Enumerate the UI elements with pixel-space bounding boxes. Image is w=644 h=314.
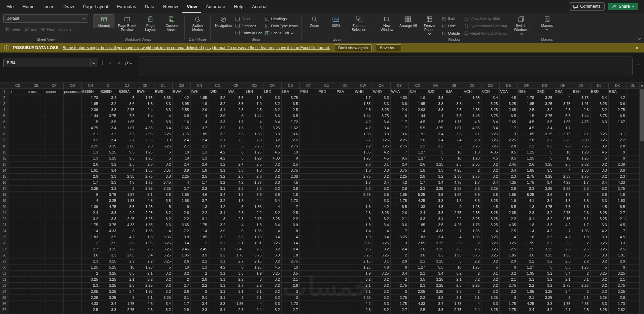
- cell-CZ33[interactable]: 2.3: [408, 282, 427, 288]
- cell-CW37[interactable]: 2.3: [354, 307, 372, 313]
- cell-CG30[interactable]: [63, 264, 81, 270]
- column-header-CM[interactable]: CM: [172, 83, 190, 89]
- cell-CY24[interactable]: 7: [390, 228, 408, 234]
- cell-CT1[interactable]: PSH: [299, 89, 318, 95]
- cell-DL27[interactable]: [627, 246, 639, 252]
- cell-CQ16[interactable]: 1.67: [245, 179, 263, 185]
- cell-DF1[interactable]: GBH: [517, 89, 536, 95]
- cell-CM5[interactable]: 6.8: [172, 113, 190, 119]
- select-all-corner[interactable]: [0, 83, 9, 89]
- cell-CQ36[interactable]: 4: [245, 301, 263, 307]
- cell-DK22[interactable]: 2.1: [608, 216, 627, 222]
- cell-CP24[interactable]: 6: [227, 228, 245, 234]
- cell-CH5[interactable]: 1.44: [81, 113, 100, 119]
- cell-CU4[interactable]: [318, 107, 336, 113]
- cell-CN36[interactable]: 3.4: [190, 301, 209, 307]
- cell-CS28[interactable]: 1.8: [281, 252, 299, 258]
- cell-CU14[interactable]: [318, 167, 336, 173]
- cell-CP15[interactable]: 2.3: [227, 173, 245, 179]
- row-header-37[interactable]: 37: [0, 307, 9, 313]
- cell-CI24[interactable]: 4.33: [100, 228, 118, 234]
- cell-DL16[interactable]: [627, 179, 639, 185]
- cell-CG23[interactable]: [63, 222, 81, 228]
- cell-CM30[interactable]: 10: [172, 264, 190, 270]
- cell-DF25[interactable]: 1.8: [517, 234, 536, 240]
- cell-CX31[interactable]: 3.25: [372, 270, 390, 276]
- new-sheet-view-button[interactable]: New: [39, 26, 56, 33]
- cell-CG38[interactable]: [63, 313, 81, 314]
- cell-DG5[interactable]: 3.75: [536, 113, 554, 119]
- cell-CQ35[interactable]: 2.1: [245, 294, 263, 301]
- cell-CI29[interactable]: 3.25: [100, 258, 118, 264]
- cell-CD31[interactable]: [9, 270, 27, 276]
- cell-CW29[interactable]: 2.15: [354, 258, 372, 264]
- cell-DI1[interactable]: BSH: [572, 89, 590, 95]
- row-header-34[interactable]: 34: [0, 288, 9, 294]
- cell-DA1[interactable]: SJD: [427, 89, 445, 95]
- keep-sheet-view-button[interactable]: Keep: [3, 26, 22, 33]
- cell-CK1[interactable]: BWH: [136, 89, 154, 95]
- cell-CF10[interactable]: [45, 143, 63, 149]
- cell-CS9[interactable]: 2.5: [281, 137, 299, 143]
- cell-DB24[interactable]: 7: [445, 228, 463, 234]
- cell-CQ14[interactable]: 1.8: [245, 167, 263, 173]
- cell-CU19[interactable]: [318, 198, 336, 204]
- cell-DA27[interactable]: 3.25: [427, 246, 445, 252]
- cell-CQ10[interactable]: 2.25: [245, 143, 263, 149]
- cell-CG16[interactable]: [63, 179, 81, 185]
- cell-CL1[interactable]: BWD: [154, 89, 172, 95]
- cell-CE21[interactable]: [27, 210, 45, 216]
- cell-CY7[interactable]: 1.7: [390, 125, 408, 131]
- cell-CN11[interactable]: 1.3: [190, 149, 209, 155]
- cell-CQ22[interactable]: 2.75: [245, 216, 263, 222]
- cell-CJ32[interactable]: 2.1: [118, 276, 136, 282]
- cell-DE4[interactable]: 2.65: [499, 107, 517, 113]
- cell-CT34[interactable]: [299, 288, 318, 294]
- cell-CG26[interactable]: [63, 240, 81, 246]
- cell-DA13[interactable]: 3.25: [427, 161, 445, 167]
- cancel-button[interactable]: ×: [106, 59, 114, 67]
- cell-DC9[interactable]: 2.8: [463, 137, 481, 143]
- cell-CU2[interactable]: [318, 95, 336, 101]
- vertical-scrollbar[interactable]: [639, 83, 644, 314]
- cell-CQ11[interactable]: 1.25: [245, 149, 263, 155]
- cell-CO24[interactable]: 3.9: [209, 228, 227, 234]
- cell-CD14[interactable]: [9, 167, 27, 173]
- cell-CJ36[interactable]: 1.75: [118, 301, 136, 307]
- cell-CW34[interactable]: 2.1: [354, 288, 372, 294]
- cell-CH34[interactable]: 2.05: [81, 288, 100, 294]
- cell-CE20[interactable]: [27, 204, 45, 210]
- cell-CJ19[interactable]: 1.83: [118, 198, 136, 204]
- cell-CW19[interactable]: 4: [354, 198, 372, 204]
- cell-DI13[interactable]: 2.62: [572, 161, 590, 167]
- cell-CU9[interactable]: [318, 137, 336, 143]
- cell-CL33[interactable]: 3.2: [154, 282, 172, 288]
- row-header-22[interactable]: 22: [0, 216, 9, 222]
- cell-CJ13[interactable]: 2.5: [118, 161, 136, 167]
- cell-CQ27[interactable]: 2.5: [245, 246, 263, 252]
- cell-DI6[interactable]: 4.75: [572, 119, 590, 125]
- cell-CQ34[interactable]: 2.1: [245, 288, 263, 294]
- cell-DG35[interactable]: 3.25: [536, 294, 554, 301]
- cell-DB10[interactable]: 3: [445, 143, 463, 149]
- cell-CK28[interactable]: 3.4: [136, 252, 154, 258]
- cell-CS5[interactable]: 6.5: [281, 113, 299, 119]
- cell-DD30[interactable]: 5: [481, 264, 499, 270]
- cell-CU7[interactable]: [318, 125, 336, 131]
- cell-DH26[interactable]: 3.5: [554, 240, 572, 246]
- cell-DF16[interactable]: 1.75: [517, 179, 536, 185]
- row-header-29[interactable]: 29: [0, 258, 9, 264]
- cell-DK8[interactable]: 3.1: [608, 131, 627, 137]
- cell-CE33[interactable]: [27, 282, 45, 288]
- cell-CV8[interactable]: [336, 131, 354, 137]
- cell-CL34[interactable]: 3.2: [154, 288, 172, 294]
- column-header-DE[interactable]: DE: [499, 83, 517, 89]
- cell-CH37[interactable]: 2.5: [81, 307, 100, 313]
- cell-DC32[interactable]: 3.2: [463, 276, 481, 282]
- cell-DD23[interactable]: 3.25: [481, 222, 499, 228]
- cell-CS8[interactable]: 3.6: [281, 131, 299, 137]
- cell-DH21[interactable]: 2.75: [554, 210, 572, 216]
- cell-CP17[interactable]: 2.8: [227, 185, 245, 191]
- cell-DC4[interactable]: 2.35: [463, 107, 481, 113]
- cell-CV37[interactable]: [336, 307, 354, 313]
